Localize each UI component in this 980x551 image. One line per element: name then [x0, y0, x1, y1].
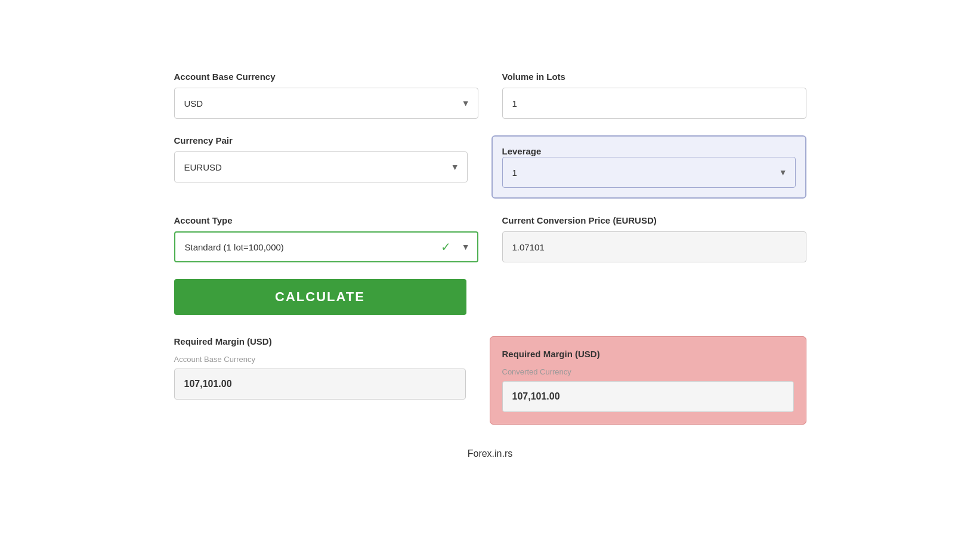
account-type-group: Account Type Standard (1 lot=100,000) Mi… — [174, 215, 478, 262]
account-base-currency-label: Account Base Currency — [174, 72, 478, 82]
row-1: Account Base Currency USD EUR GBP JPY CH… — [174, 72, 806, 119]
footer-text: Forex.in.rs — [468, 448, 513, 459]
leverage-group: Leverage 1 2 5 10 20 50 100 200 500 ▼ — [491, 135, 806, 199]
currency-pair-wrapper: EURUSD GBPUSD USDJPY USDCHF AUDUSD ▼ — [174, 151, 468, 182]
volume-group: Volume in Lots — [502, 72, 806, 119]
required-margin-left-sublabel: Account Base Currency — [174, 355, 466, 364]
required-margin-right-group: Required Margin (USD) Converted Currency… — [490, 336, 806, 425]
row-2: Currency Pair EURUSD GBPUSD USDJPY USDCH… — [174, 135, 806, 199]
account-type-label: Account Type — [174, 215, 478, 225]
currency-pair-group: Currency Pair EURUSD GBPUSD USDJPY USDCH… — [174, 135, 468, 199]
calculate-row: CALCULATE — [174, 279, 806, 315]
footer: Forex.in.rs — [174, 448, 806, 459]
conversion-price-label: Current Conversion Price (EURUSD) — [502, 215, 806, 225]
required-margin-left-group: Required Margin (USD) Account Base Curre… — [174, 336, 466, 425]
calculate-button[interactable]: CALCULATE — [174, 279, 466, 315]
account-type-select[interactable]: Standard (1 lot=100,000) Mini (1 lot=10,… — [174, 231, 478, 262]
conversion-price-input — [502, 231, 806, 262]
account-base-currency-group: Account Base Currency USD EUR GBP JPY CH… — [174, 72, 478, 119]
leverage-wrapper: 1 2 5 10 20 50 100 200 500 ▼ — [502, 157, 796, 188]
volume-input[interactable] — [502, 88, 806, 119]
required-margin-left-label: Required Margin (USD) — [174, 336, 466, 346]
required-margin-right-label: Required Margin (USD) — [502, 349, 794, 359]
conversion-price-group: Current Conversion Price (EURUSD) — [502, 215, 806, 262]
account-base-currency-wrapper: USD EUR GBP JPY CHF ▼ — [174, 88, 478, 119]
results-row: Required Margin (USD) Account Base Curre… — [174, 336, 806, 425]
currency-pair-select[interactable]: EURUSD GBPUSD USDJPY USDCHF AUDUSD — [174, 151, 468, 182]
required-margin-right-sublabel: Converted Currency — [502, 367, 794, 376]
leverage-label: Leverage — [502, 146, 542, 156]
volume-label: Volume in Lots — [502, 72, 806, 82]
required-margin-left-value: 107,101.00 — [174, 369, 466, 400]
leverage-select[interactable]: 1 2 5 10 20 50 100 200 500 — [502, 157, 796, 188]
currency-pair-label: Currency Pair — [174, 135, 468, 146]
required-margin-right-value: 107,101.00 — [502, 381, 794, 412]
row-3: Account Type Standard (1 lot=100,000) Mi… — [174, 215, 806, 262]
account-type-wrapper: Standard (1 lot=100,000) Mini (1 lot=10,… — [174, 231, 478, 262]
account-base-currency-select[interactable]: USD EUR GBP JPY CHF — [174, 88, 478, 119]
calculator-container: Account Base Currency USD EUR GBP JPY CH… — [162, 72, 818, 459]
